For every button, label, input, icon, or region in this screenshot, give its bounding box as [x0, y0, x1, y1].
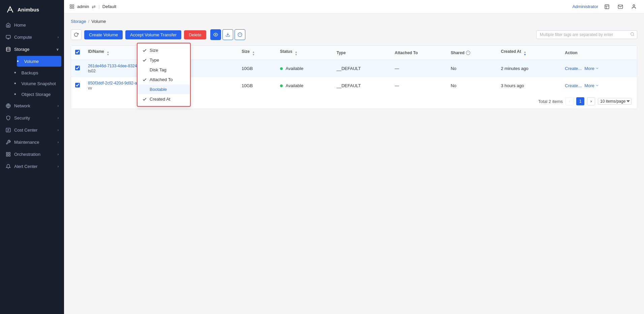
columns-menu-item-bootable[interactable]: Bootable [137, 84, 190, 94]
columns-menu-item-size[interactable]: Size [137, 45, 190, 55]
row2-size: 10GB [238, 77, 276, 94]
home-icon [5, 22, 11, 28]
svg-rect-17 [72, 7, 74, 8]
compute-chevron: › [58, 35, 59, 39]
delete-button[interactable]: Delete [184, 30, 206, 39]
th-created-at[interactable]: Created At ▲ ▼ [497, 46, 561, 60]
bootable-check-placeholder [142, 87, 147, 92]
sidebar-item-object-storage[interactable]: Object Storage [14, 89, 64, 100]
sidebar-cost-center-label: Cost Center [14, 128, 54, 133]
columns-download-button[interactable] [222, 29, 233, 40]
columns-menu-item-created-at[interactable]: Created At [137, 94, 190, 104]
shared-info-icon[interactable] [466, 50, 470, 55]
svg-point-23 [215, 34, 216, 35]
sidebar-security-label: Security [14, 115, 54, 120]
th-shared: Shared [447, 46, 497, 60]
topbar-mail-button[interactable] [616, 2, 625, 11]
filter-input[interactable] [536, 30, 637, 39]
row1-status-dot [280, 67, 283, 70]
row1-attached-to: — [391, 60, 447, 77]
row1-status: Available [276, 60, 333, 77]
id-name-sort-icon[interactable]: ▲ ▼ [106, 51, 109, 56]
select-all-checkbox[interactable] [75, 50, 80, 55]
row2-create-link[interactable]: Create... [565, 83, 582, 88]
breadcrumb-volume: Volume [91, 19, 106, 24]
svg-rect-1 [6, 35, 10, 38]
row1-more-label: More [584, 66, 594, 71]
sidebar-item-backups[interactable]: Backups [14, 67, 64, 78]
th-size[interactable]: Size ▲ ▼ [238, 46, 276, 60]
pagination-current-page[interactable]: 1 [576, 97, 584, 105]
row1-type: __DEFAULT [333, 60, 391, 77]
row1-attached-val: — [395, 66, 442, 71]
maintenance-icon [5, 139, 11, 145]
row2-created-at: 3 hours ago [497, 77, 561, 94]
columns-menu-item-attached-to[interactable]: Attached To [137, 75, 190, 84]
topbar-tab-default[interactable]: Default [102, 4, 116, 9]
sidebar-item-volume-snapshot[interactable]: Volume Snapshot [14, 78, 64, 89]
row1-create-link[interactable]: Create... [565, 66, 582, 71]
topbar-right: Administrator [572, 2, 639, 11]
sidebar-item-network[interactable]: Network › [0, 100, 64, 112]
svg-rect-11 [6, 152, 7, 153]
app-logo[interactable]: Animbus [0, 0, 64, 19]
columns-menu-item-disk-tag[interactable]: Disk Tag [137, 65, 190, 75]
sidebar-item-alert-center[interactable]: Alert Center › [0, 160, 64, 172]
sidebar-item-home[interactable]: Home [0, 19, 64, 31]
topbar-grid-icon [69, 4, 74, 9]
svg-rect-16 [72, 5, 74, 6]
th-select-all[interactable] [71, 46, 84, 60]
row2-more-button[interactable]: More [584, 83, 599, 88]
sidebar-item-orchestration[interactable]: Orchestration › [0, 148, 64, 160]
th-action: Action [561, 46, 637, 60]
created-at-sort-icon[interactable]: ▲ ▼ [524, 51, 526, 56]
per-page-select[interactable]: 10 items/page 20 items/page 50 items/pag… [598, 98, 632, 105]
sidebar-item-storage[interactable]: Storage ∨ [0, 43, 64, 55]
search-icon [630, 32, 635, 37]
sidebar-item-maintenance[interactable]: Maintenance › [0, 136, 64, 148]
topbar-layout-button[interactable] [602, 2, 612, 11]
alert-icon [5, 164, 11, 169]
topbar-swap-icon[interactable]: ⇄ [92, 4, 96, 9]
sidebar-item-compute[interactable]: Compute › [0, 31, 64, 43]
row1-more-button[interactable]: More [584, 66, 599, 71]
col-type: Type [337, 50, 346, 55]
row2-checkbox[interactable] [75, 83, 80, 88]
sidebar-item-cost-center[interactable]: Cost Center › [0, 124, 64, 136]
th-status[interactable]: Status ▲ ▼ [276, 46, 333, 60]
storage-chevron: ∨ [56, 47, 59, 51]
pagination-next-button[interactable]: › [587, 97, 595, 105]
svg-rect-14 [6, 154, 7, 156]
breadcrumb-storage[interactable]: Storage [71, 19, 86, 24]
pagination-total: Total 2 items [538, 99, 563, 104]
topbar: admin ⇄ | Default Administrator [64, 0, 644, 13]
row2-checkbox-cell[interactable] [71, 77, 84, 94]
sidebar-storage-subnav: Volume Backups Volume Snapshot Object St… [0, 56, 64, 100]
pagination-prev-button[interactable]: ‹ [565, 97, 574, 105]
sidebar-item-volume[interactable]: Volume [17, 56, 61, 67]
accept-volume-transfer-button[interactable]: Accept Volume Transfer [125, 30, 181, 39]
svg-point-22 [633, 5, 635, 6]
row2-more-chevron [595, 83, 599, 88]
topbar-administrator[interactable]: Administrator [572, 4, 598, 9]
refresh-button[interactable] [71, 29, 82, 40]
columns-info-button[interactable] [235, 29, 245, 40]
row1-checkbox-cell[interactable] [71, 60, 84, 77]
size-sort-icon[interactable]: ▲ ▼ [252, 51, 255, 56]
columns-eye-button[interactable] [210, 29, 221, 40]
columns-type-label: Type [150, 58, 159, 63]
columns-menu-item-type[interactable]: Type [137, 55, 190, 65]
row2-status-text: Available [286, 83, 304, 88]
row1-created-at: 2 minutes ago [497, 60, 561, 77]
columns-attached-to-label: Attached To [150, 77, 173, 82]
topbar-user-button[interactable] [629, 2, 639, 11]
status-sort-icon[interactable]: ▲ ▼ [295, 51, 298, 56]
row1-action-cell: Create... More [561, 60, 637, 77]
row1-checkbox[interactable] [75, 66, 80, 70]
orchestration-icon [5, 151, 11, 157]
app-name: Animbus [18, 7, 39, 12]
topbar-separator: | [98, 4, 99, 9]
sidebar-item-security[interactable]: Security › [0, 112, 64, 124]
create-volume-button[interactable]: Create Volume [84, 30, 123, 39]
orchestration-chevron: › [58, 152, 59, 156]
